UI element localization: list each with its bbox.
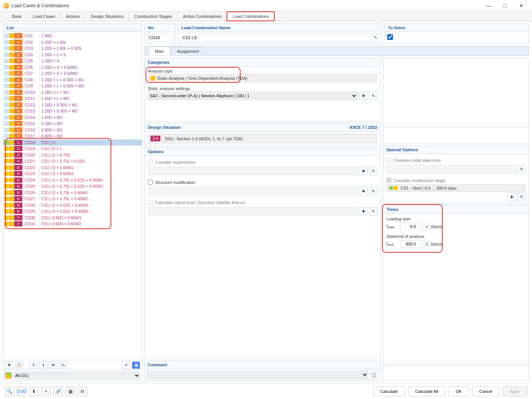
special-options-section: Special Options Consider initial state f… bbox=[383, 146, 529, 204]
tend-input[interactable] bbox=[400, 240, 423, 248]
close-button[interactable]: ✕ bbox=[514, 3, 529, 9]
tab-action-combinations[interactable]: Action Combinations bbox=[178, 12, 227, 21]
list-row-co3[interactable]: 2CO31.20D + 1.60L + 0.30S bbox=[3, 45, 142, 52]
list-row-co18[interactable]: 1CO18CS1 | D bbox=[3, 139, 142, 146]
list-row-co28[interactable]: 6CO28CS1 | D + 0.52S + 0.45W1 bbox=[3, 202, 142, 209]
tab-load-cases[interactable]: Load Cases bbox=[27, 12, 61, 21]
tend-arrow-button[interactable]: ▸ bbox=[424, 241, 430, 247]
move-up-button[interactable]: ↟ bbox=[29, 361, 38, 369]
cstage-new-button[interactable]: ✚ bbox=[507, 193, 516, 201]
sort-button[interactable]: ⅟₂ bbox=[59, 361, 67, 369]
list-row-co15[interactable]: 4CO151.20D + W2 bbox=[3, 120, 142, 127]
list-row-co30[interactable]: 7CO30CS1 | 0.60D + 0.60W1 bbox=[3, 215, 142, 221]
list-row-co25[interactable]: 6CO25CS1 | D + 0.75L + 0.52S + 0.45W2 bbox=[3, 183, 142, 190]
design-situation-section: Design SituationASCE 7 | 2022 2.4 DS3 - … bbox=[144, 123, 381, 146]
copy-button[interactable]: 📋 bbox=[15, 361, 23, 369]
maximize-button[interactable]: □ bbox=[497, 3, 513, 9]
list-row-co16[interactable]: 5CO160.90D + W1 bbox=[3, 127, 142, 133]
structmod-checkbox[interactable] bbox=[148, 180, 153, 185]
solve-checkbox[interactable] bbox=[387, 34, 393, 40]
tab-design-situations[interactable]: Design Situations bbox=[86, 12, 129, 21]
list-row-co5[interactable]: 3CO51.20D + S bbox=[3, 58, 142, 64]
cstage-edit-button[interactable]: ✎ bbox=[517, 193, 526, 201]
list-row-co19[interactable]: 2CO19CS1 | D + L bbox=[3, 146, 142, 152]
comment-copy-button[interactable]: 📋 bbox=[370, 370, 378, 379]
cancel-button[interactable]: Cancel bbox=[472, 386, 499, 396]
list-row-co24[interactable]: 6CO24CS1 | D + 0.75L + 0.52S + 0.45W1 bbox=[3, 177, 142, 184]
list-row-co23[interactable]: 5CO23CS1 | D + 0.60W2 bbox=[3, 171, 142, 177]
list-row-co20[interactable]: 3CO20CS1 | D + 0.70S bbox=[3, 152, 142, 158]
tab-construction-stages[interactable]: Construction Stages bbox=[129, 12, 177, 21]
categories-header: Categories bbox=[145, 59, 380, 66]
calculate-button[interactable]: Calculate bbox=[373, 386, 405, 396]
list-row-co13[interactable]: 4CO131.20D + 0.30S + W2 bbox=[3, 108, 142, 114]
subtab-main[interactable]: Main bbox=[149, 47, 171, 55]
list-row-co22[interactable]: 5CO22CS1 | D + 0.60W1 bbox=[3, 165, 142, 171]
list-row-co27[interactable]: 6CO27CS1 | D + 0.75L + 0.45W2 bbox=[3, 196, 142, 202]
tstart-arrow-button[interactable]: ▸ bbox=[424, 224, 430, 229]
list-body[interactable]: 1CO11.40D2CO21.20D + 1.60L2CO31.20D + 1.… bbox=[3, 32, 142, 360]
times-header: Times bbox=[383, 206, 529, 214]
list-row-co31[interactable]: 7CO31CS1 | 0.60D + 0.60W2 bbox=[3, 221, 142, 227]
list-row-co8[interactable]: 4CO81.20D + L + 0.30S + W1 bbox=[3, 77, 142, 83]
comment-select[interactable] bbox=[147, 370, 368, 379]
grid-tool[interactable]: ▦ bbox=[65, 386, 75, 396]
list-panel: List 1CO11.40D2CO21.20D + 1.60L2CO31.20D… bbox=[3, 24, 142, 381]
dot-tool[interactable]: • bbox=[41, 386, 51, 396]
fx-tool[interactable]: fx bbox=[78, 386, 87, 396]
static-new-button[interactable]: ✚ bbox=[359, 92, 367, 100]
imperfection-field bbox=[148, 167, 358, 175]
subtab-assignment[interactable]: Assignment bbox=[171, 47, 205, 55]
list-row-co9[interactable]: 4CO91.20D + L + 0.30S + W2 bbox=[3, 83, 142, 89]
times-section: Times Loading start tstart ▸ [days] bbox=[383, 205, 529, 364]
critical-checkbox bbox=[148, 200, 153, 205]
list-row-co2[interactable]: 2CO21.20D + 1.60L bbox=[3, 39, 142, 46]
list-row-co10[interactable]: 4CO101.20D + L + W1 bbox=[3, 89, 142, 96]
initial-state-edit-button[interactable]: ✎ bbox=[517, 165, 526, 173]
delete-button[interactable]: ✕ bbox=[122, 361, 130, 369]
no-input[interactable] bbox=[147, 33, 173, 42]
list-filter: All (31) bbox=[3, 370, 142, 380]
ok-button[interactable]: OK bbox=[448, 386, 469, 396]
filter-select[interactable]: All (31) bbox=[13, 372, 140, 379]
structmod-edit-button[interactable]: ✎ bbox=[369, 187, 377, 195]
calculate-all-button[interactable]: Calculate All bbox=[408, 386, 446, 396]
static-edit-button[interactable]: ✎ bbox=[369, 92, 377, 100]
swap-button[interactable]: ⇄ bbox=[49, 361, 57, 369]
hierarchy-tool[interactable]: ⬍ bbox=[29, 386, 39, 396]
list-row-co4[interactable]: 3CO41.20D + L + S bbox=[3, 52, 142, 58]
static-settings-select[interactable]: SA2 - Second-order (P-Δ) | Newton-Raphso… bbox=[148, 92, 358, 100]
list-row-co11[interactable]: 4CO111.20D + L + W2 bbox=[3, 95, 142, 102]
units-tool[interactable]: 0.00 bbox=[17, 386, 27, 396]
list-row-co21[interactable]: 4CO21CS1 | D + 0.75L + 0.52S bbox=[3, 158, 142, 165]
move-down-button[interactable]: ↡ bbox=[39, 361, 48, 369]
tstart-input[interactable] bbox=[400, 223, 423, 230]
list-row-co26[interactable]: 6CO26CS1 | D + 0.75L + 0.45W1 bbox=[3, 190, 142, 196]
minimize-button[interactable]: — bbox=[481, 3, 496, 9]
list-row-co29[interactable]: 6CO29CS1 | D + 0.52S + 0.45W2 bbox=[3, 208, 142, 215]
list-row-co6[interactable]: 3CO61.20D + S + 0.50W1 bbox=[3, 64, 142, 71]
list-row-co12[interactable]: 4CO121.20D + 0.30S + W1 bbox=[3, 102, 142, 108]
new-button[interactable]: ✚ bbox=[5, 361, 13, 369]
toggle-button[interactable]: ▦ bbox=[132, 361, 140, 369]
list-row-co1[interactable]: 1CO11.40D bbox=[3, 33, 142, 39]
tab-base[interactable]: Base bbox=[7, 12, 27, 21]
tab-load-combinations[interactable]: Load Combinations bbox=[226, 11, 275, 21]
cstage-checkbox bbox=[386, 178, 391, 183]
loading-start-label: Loading start bbox=[386, 217, 526, 221]
list-row-co7[interactable]: 3CO71.20D + S + 0.50W2 bbox=[3, 70, 142, 77]
name-input[interactable] bbox=[180, 33, 370, 42]
search-tool[interactable]: 🔍 bbox=[5, 386, 14, 396]
static-settings-label: Static analysis settings bbox=[148, 86, 377, 91]
tstart-units: [days] bbox=[431, 224, 442, 229]
list-row-co17[interactable]: 5CO170.90D + W2 bbox=[3, 133, 142, 139]
edit-name-button[interactable]: ✎ bbox=[371, 33, 380, 42]
structmod-new-button[interactable]: ✚ bbox=[359, 187, 367, 195]
critical-new-button[interactable]: ✚ bbox=[359, 207, 367, 215]
critical-edit-button[interactable]: ✎ bbox=[369, 207, 377, 215]
imperfection-new-button[interactable]: ✚ bbox=[359, 167, 367, 175]
tab-actions[interactable]: Actions bbox=[61, 12, 86, 21]
link-tool[interactable]: 🔗 bbox=[53, 386, 63, 396]
list-row-co14[interactable]: 4CO141.20D + W1 bbox=[3, 114, 142, 121]
imperfection-edit-button[interactable]: ✎ bbox=[369, 167, 377, 175]
